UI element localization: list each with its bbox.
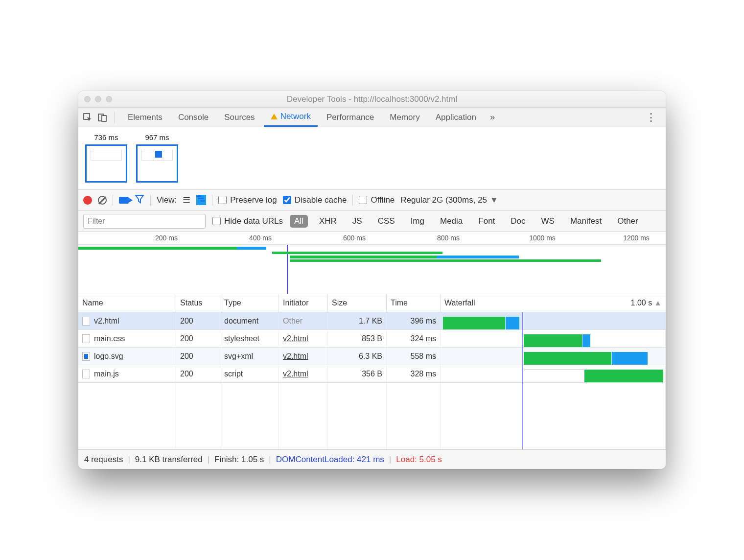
warning-icon	[271, 114, 278, 119]
tabs-overflow-icon[interactable]: »	[485, 112, 500, 122]
svg-rect-3	[196, 195, 201, 197]
status-load: Load: 5.05 s	[396, 455, 442, 465]
col-status[interactable]: Status	[176, 294, 220, 312]
status-dcl: DOMContentLoaded: 421 ms	[276, 455, 384, 465]
filter-css[interactable]: CSS	[373, 215, 399, 228]
clear-button[interactable]	[98, 196, 107, 205]
file-icon	[82, 370, 90, 378]
tab-memory[interactable]: Memory	[383, 108, 426, 127]
filmstrip-thumbnail	[85, 144, 127, 183]
settings-menu-icon[interactable]: ⋮	[639, 111, 663, 124]
devtools-window: Developer Tools - http://localhost:3000/…	[78, 91, 666, 469]
svg-rect-4	[198, 198, 204, 199]
network-toolbar: View: ☰ Preserve log Disable cache Offli…	[78, 190, 666, 210]
capture-screenshots-icon[interactable]	[119, 197, 129, 204]
filmstrip: 736 ms 967 ms	[78, 127, 666, 190]
col-initiator[interactable]: Initiator	[279, 294, 328, 312]
status-finish: Finish: 1.05 s	[214, 455, 264, 465]
table-body: v2.html 200 document Other 1.7 KB 396 ms…	[78, 312, 666, 449]
filmstrip-thumbnail	[136, 144, 178, 183]
filter-xhr[interactable]: XHR	[315, 215, 341, 228]
filter-js[interactable]: JS	[348, 215, 367, 228]
dcl-line	[522, 312, 523, 449]
filter-all[interactable]: All	[290, 215, 308, 228]
tab-network[interactable]: Network	[264, 108, 318, 127]
timeline-ruler: 200 ms 400 ms 600 ms 800 ms 1000 ms 1200…	[78, 232, 666, 245]
status-transferred: 9.1 KB transferred	[135, 455, 203, 465]
record-button[interactable]	[83, 196, 92, 205]
table-header: Name Status Type Initiator Size Time Wat…	[78, 294, 666, 312]
offline-input[interactable]	[359, 196, 367, 204]
tab-performance[interactable]: Performance	[320, 108, 381, 127]
disable-cache-checkbox[interactable]: Disable cache	[283, 195, 347, 205]
window-controls	[84, 96, 112, 102]
preserve-log-checkbox[interactable]: Preserve log	[218, 195, 277, 205]
throttling-select[interactable]: Regular 2G (300ms, 25 ▼	[400, 195, 498, 205]
panel-tabs: Elements Console Sources Network Perform…	[78, 108, 666, 127]
filmstrip-time: 967 ms	[136, 133, 178, 141]
offline-checkbox[interactable]: Offline	[359, 195, 395, 205]
device-toolbar-icon[interactable]	[96, 111, 109, 124]
file-icon	[82, 352, 90, 361]
view-label: View:	[157, 195, 177, 205]
col-waterfall[interactable]: Waterfall 1.00 s ▲	[441, 294, 666, 312]
tab-elements[interactable]: Elements	[121, 108, 169, 127]
status-requests: 4 requests	[84, 455, 123, 465]
window-minimize-icon[interactable]	[95, 96, 101, 102]
sort-asc-icon: ▲	[654, 299, 662, 307]
chevron-down-icon: ▼	[490, 195, 498, 205]
titlebar: Developer Tools - http://localhost:3000/…	[78, 91, 666, 108]
svg-rect-2	[102, 116, 106, 121]
col-time[interactable]: Time	[387, 294, 441, 312]
tab-application[interactable]: Application	[429, 108, 483, 127]
filmstrip-frame[interactable]: 736 ms	[85, 133, 127, 183]
window-close-icon[interactable]	[84, 96, 91, 102]
svg-rect-5	[200, 200, 205, 202]
col-type[interactable]: Type	[220, 294, 279, 312]
filter-input[interactable]: Filter	[83, 214, 206, 229]
initiator-link[interactable]: v2.html	[283, 352, 308, 361]
filter-font[interactable]: Font	[474, 215, 499, 228]
table-row[interactable]: logo.svg 200 svg+xml v2.html 6.3 KB 558 …	[78, 348, 666, 365]
initiator-link[interactable]: v2.html	[283, 370, 308, 378]
window-zoom-icon[interactable]	[106, 96, 112, 102]
request-table: Name Status Type Initiator Size Time Wat…	[78, 294, 666, 449]
hide-data-urls-checkbox[interactable]: Hide data URLs	[212, 216, 283, 226]
filmstrip-time: 736 ms	[85, 133, 127, 141]
tab-sources[interactable]: Sources	[217, 108, 261, 127]
filter-bar: Filter Hide data URLs All XHR JS CSS Img…	[78, 210, 666, 232]
timeline-lanes	[78, 245, 666, 294]
filter-other[interactable]: Other	[613, 215, 643, 228]
filter-toggle-icon[interactable]	[135, 194, 144, 206]
window-title: Developer Tools - http://localhost:3000/…	[84, 94, 660, 104]
col-name[interactable]: Name	[78, 294, 176, 312]
disable-cache-input[interactable]	[283, 196, 291, 204]
table-row[interactable]: main.js 200 script v2.html 356 B 328 ms	[78, 365, 666, 383]
filter-media[interactable]: Media	[436, 215, 467, 228]
filter-ws[interactable]: WS	[537, 215, 559, 228]
inspect-element-icon[interactable]	[81, 111, 94, 124]
tab-console[interactable]: Console	[171, 108, 215, 127]
file-icon	[82, 317, 90, 326]
table-row[interactable]: main.css 200 stylesheet v2.html 853 B 32…	[78, 330, 666, 348]
hide-data-urls-input[interactable]	[212, 217, 221, 225]
preserve-log-input[interactable]	[218, 196, 227, 204]
filter-manifest[interactable]: Manifest	[566, 215, 606, 228]
table-row[interactable]: v2.html 200 document Other 1.7 KB 396 ms	[78, 312, 666, 330]
status-bar: 4 requests | 9.1 KB transferred | Finish…	[78, 449, 666, 469]
filmstrip-frame[interactable]: 967 ms	[136, 133, 178, 183]
large-rows-icon[interactable]: ☰	[183, 195, 190, 206]
file-icon	[82, 334, 90, 343]
filter-img[interactable]: Img	[406, 215, 429, 228]
waterfall-view-icon[interactable]	[196, 195, 206, 205]
col-size[interactable]: Size	[328, 294, 387, 312]
initiator-link[interactable]: v2.html	[283, 334, 308, 343]
filter-doc[interactable]: Doc	[506, 215, 530, 228]
timeline-overview[interactable]: 200 ms 400 ms 600 ms 800 ms 1000 ms 1200…	[78, 232, 666, 294]
